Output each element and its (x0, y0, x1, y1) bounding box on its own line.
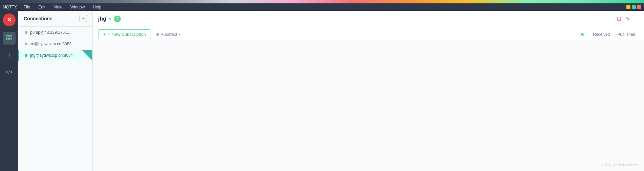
connection-status-dot (25, 31, 27, 34)
svg-rect-2 (6, 38, 9, 40)
app-body: ✕ + </> Connections + (0, 11, 644, 171)
maximize-button[interactable] (632, 5, 636, 9)
plaintext-chevron-icon: ▾ (179, 32, 180, 36)
active-badge-icon: ✓ (89, 51, 91, 54)
add-icon: + (7, 51, 11, 59)
more-options-button[interactable]: ··· (634, 16, 639, 22)
filter-received-button[interactable]: Received (590, 31, 613, 38)
app-logo: ✕ (3, 14, 16, 26)
plus-icon: + (82, 16, 85, 21)
sidebar-script-btn[interactable]: </> (3, 66, 16, 78)
menu-edit[interactable]: Edit (37, 4, 47, 10)
add-connection-button[interactable]: + (80, 15, 87, 22)
title-bar (0, 0, 644, 3)
messages-area: CSDN @Likeisnotexist (93, 42, 644, 171)
connections-title: Connections (24, 16, 52, 21)
sidebar-connections-btn[interactable] (3, 32, 16, 45)
menu-help[interactable]: Help (92, 4, 103, 10)
connection-name: jhg (98, 16, 106, 22)
plaintext-dot (156, 33, 159, 36)
connection-list: pump@43.139.176.1... zc@sydwsxcp.cn:8083… (18, 27, 92, 171)
filter-all-button[interactable]: All (577, 31, 589, 38)
connection-count: 0 (116, 17, 118, 21)
svg-rect-0 (6, 35, 9, 37)
connection-item-active[interactable]: jhg@sydwsxcp.cn:8084 ✓ (18, 50, 92, 61)
close-button[interactable] (637, 5, 641, 9)
new-subscription-label: + New Subscription (108, 32, 146, 37)
logo-icon: ✕ (7, 16, 12, 24)
connection-item[interactable]: zc@sydwsxcp.cn:8083 (18, 38, 92, 50)
connections-icon (6, 34, 13, 42)
svg-rect-3 (9, 38, 12, 40)
header-actions: ⏻ ✎ ··· (616, 16, 639, 22)
connections-header: Connections + (18, 11, 92, 27)
main-content: jhg ▾ 0 ⏻ ✎ ··· + + New Subscription Pla… (93, 11, 644, 171)
edit-button[interactable]: ✎ (626, 16, 630, 22)
minimize-button[interactable] (626, 5, 630, 9)
connection-item[interactable]: pump@43.139.176.1... (18, 27, 92, 38)
menu-bar: MQTTX File Edit View Window Help (0, 3, 644, 11)
connection-status-dot-active (25, 54, 27, 57)
sidebar-add-btn[interactable]: + (3, 49, 16, 62)
connections-panel: Connections + pump@43.139.176.1... zc@sy… (18, 11, 93, 171)
menu-file[interactable]: File (22, 4, 31, 10)
connection-header: jhg ▾ 0 ⏻ ✎ ··· (93, 11, 644, 27)
filter-buttons: All Received Published (577, 31, 639, 38)
plaintext-label: Plaintext (160, 32, 177, 37)
watermark-text: CSDN @Likeisnotexist (601, 163, 639, 167)
plaintext-selector[interactable]: Plaintext ▾ (156, 32, 180, 37)
connection-label-active: jhg@sydwsxcp.cn:8084 (30, 53, 73, 58)
new-subscription-button[interactable]: + + New Subscription (98, 29, 151, 39)
plus-icon: + (103, 32, 106, 37)
subscriptions-bar: + + New Subscription Plaintext ▾ All Rec… (93, 27, 644, 42)
app-title: MQTTX (3, 5, 17, 9)
connection-status-dot (25, 43, 27, 45)
script-icon: </> (5, 70, 13, 74)
power-button[interactable]: ⏻ (616, 16, 622, 22)
connection-count-badge: 0 (114, 16, 121, 22)
filter-published-button[interactable]: Published (614, 31, 639, 38)
window-controls (626, 5, 641, 9)
connection-label: zc@sydwsxcp.cn:8083 (30, 42, 71, 46)
menu-window[interactable]: Window (69, 4, 86, 10)
connection-label: pump@43.139.176.1... (30, 30, 71, 35)
chevron-down-icon[interactable]: ▾ (109, 16, 111, 22)
svg-rect-1 (9, 35, 12, 37)
menu-view[interactable]: View (52, 4, 64, 10)
icon-sidebar: ✕ + </> (0, 11, 18, 171)
